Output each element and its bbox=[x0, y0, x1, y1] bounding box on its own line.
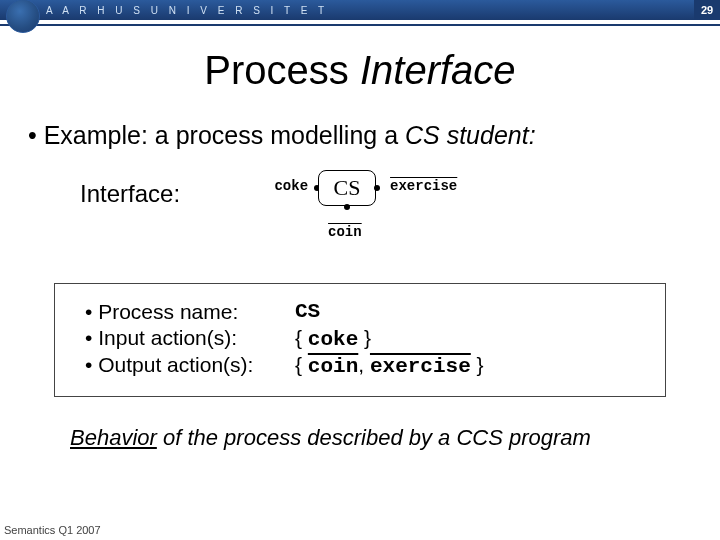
slide-footer: Semantics Q1 2007 bbox=[4, 524, 101, 536]
university-seal-icon bbox=[6, 0, 40, 33]
slide-header: A A R H U S U N I V E R S I T E T 29 bbox=[0, 0, 720, 26]
output-action-exercise: exercise bbox=[370, 355, 471, 378]
info-input-value: { coke } bbox=[295, 326, 371, 351]
title-italic: Interface bbox=[360, 48, 516, 92]
process-diagram: coke CS exercise coin bbox=[210, 166, 510, 261]
port-right-icon bbox=[374, 185, 380, 191]
info-box: Process name: CS Input action(s): { coke… bbox=[54, 283, 666, 397]
info-output-value: { coin, exercise } bbox=[295, 353, 484, 378]
university-name: A A R H U S U N I V E R S I T E T bbox=[46, 5, 328, 16]
interface-label: Interface: bbox=[80, 180, 180, 208]
info-row-output: Output action(s): { coin, exercise } bbox=[85, 353, 649, 378]
bullet-emph: CS student: bbox=[405, 121, 536, 149]
process-box: CS bbox=[318, 170, 376, 206]
info-input-label: Input action(s): bbox=[85, 326, 295, 351]
behavior-underlined: Behavior bbox=[70, 425, 157, 450]
diagram-output-right-label: exercise bbox=[390, 178, 457, 194]
brace-open: { bbox=[295, 353, 308, 376]
behavior-line: Behavior of the process described by a C… bbox=[70, 425, 720, 451]
info-name-label: Process name: bbox=[85, 300, 295, 324]
main-bullet: • Example: a process modelling a CS stud… bbox=[28, 121, 692, 150]
brace-close: } bbox=[471, 353, 484, 376]
brace-open: { bbox=[295, 326, 308, 349]
info-row-input: Input action(s): { coke } bbox=[85, 326, 649, 351]
interface-row: Interface: coke CS exercise coin bbox=[80, 166, 720, 261]
slide-title: Process Interface bbox=[0, 48, 720, 93]
title-plain: Process bbox=[204, 48, 360, 92]
input-action-coke: coke bbox=[308, 328, 358, 351]
info-output-label: Output action(s): bbox=[85, 353, 295, 378]
port-bottom-icon bbox=[344, 204, 350, 210]
info-name-value: CS bbox=[295, 300, 320, 324]
diagram-input-label: coke bbox=[266, 178, 308, 194]
bullet-prefix: • Example: a process modelling a bbox=[28, 121, 405, 149]
slide-number: 29 bbox=[694, 0, 720, 20]
university-strip: A A R H U S U N I V E R S I T E T 29 bbox=[0, 0, 720, 20]
diagram-output-bottom-label: coin bbox=[328, 224, 362, 240]
info-row-name: Process name: CS bbox=[85, 300, 649, 324]
behavior-rest: of the process described by a CCS progra… bbox=[157, 425, 591, 450]
brace-close: } bbox=[358, 326, 371, 349]
output-action-coin: coin bbox=[308, 355, 358, 378]
comma: , bbox=[358, 353, 370, 376]
